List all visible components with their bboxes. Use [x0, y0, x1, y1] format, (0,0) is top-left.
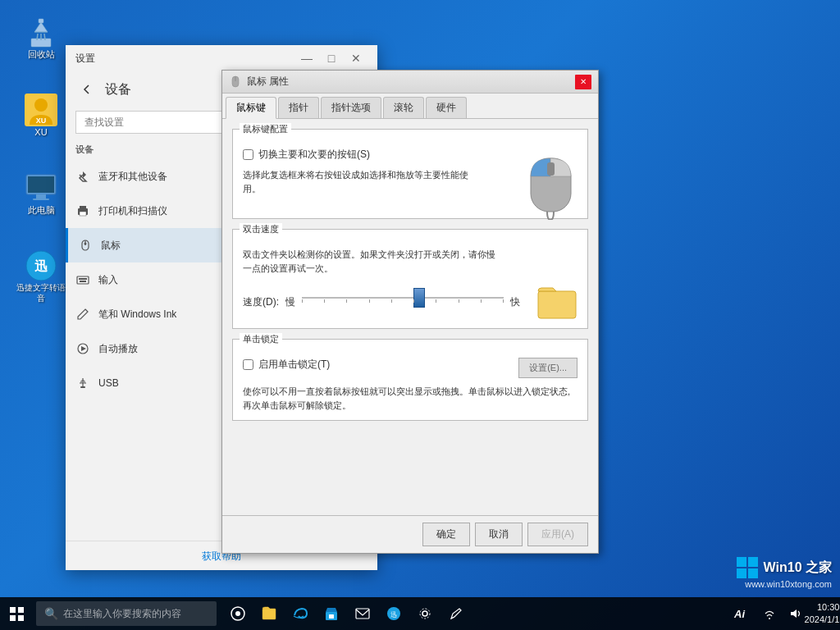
sidebar-item-mouse-label: 鼠标 [101, 239, 121, 253]
app-icon: 迅 [25, 249, 57, 282]
back-button[interactable] [75, 78, 98, 101]
taskbar-tray: 10:30 2024/1/1 [751, 599, 840, 628]
apply-button[interactable]: 应用(A) [527, 523, 588, 546]
tick-5 [391, 299, 392, 303]
tab-hardware[interactable]: 硬件 [426, 97, 467, 118]
single-click-lock-checkbox[interactable] [243, 359, 253, 370]
clock-time: 10:30 [805, 601, 840, 614]
desktop-icon-app[interactable]: 迅 迅捷文字转语音 [12, 246, 70, 307]
double-click-title: 双击速度 [240, 223, 282, 235]
svg-rect-2 [39, 19, 43, 23]
user-icon: XU [25, 94, 57, 126]
mouse-menu-icon [78, 238, 93, 253]
svg-marker-1 [34, 22, 48, 32]
svg-rect-43 [737, 568, 746, 578]
speed-track [302, 290, 504, 306]
printer-icon [75, 203, 90, 218]
search-input[interactable] [63, 608, 208, 619]
double-click-desc: 双击文件夹以检测你的设置。如果文件夹没打开或关闭，请你慢一点的设置再试一次。 [243, 248, 497, 275]
start-button[interactable] [0, 597, 33, 630]
recycle-bin-label: 回收站 [28, 48, 55, 60]
watermark-logo: Win10 之家 [736, 556, 832, 579]
svg-point-8 [34, 98, 48, 112]
store-icon [323, 605, 340, 622]
desktop-icon-user[interactable]: XU XU [12, 90, 70, 141]
svg-rect-28 [84, 278, 85, 280]
dialog-close-button[interactable]: ✕ [575, 75, 591, 89]
svg-point-54 [420, 609, 430, 619]
svg-rect-41 [737, 557, 746, 567]
dialog-title-left: 鼠标 属性 [229, 75, 289, 89]
app-quick-button[interactable]: 迅 [379, 599, 409, 628]
svg-rect-29 [80, 281, 86, 282]
maximize-button[interactable]: □ [320, 47, 343, 70]
switch-buttons-checkbox[interactable] [243, 149, 253, 160]
speed-row: 速度(D): 慢 [243, 290, 520, 314]
svg-rect-12 [36, 194, 46, 199]
sidebar-item-usb-label: USB [98, 377, 119, 389]
gear-icon [417, 605, 433, 622]
cancel-button[interactable]: 取消 [475, 523, 523, 546]
svg-rect-50 [356, 609, 369, 619]
button-config-desc: 选择此复选框来将右按钮设成如选择和拖放等主要性能使用。 [243, 168, 472, 195]
edge-button[interactable] [285, 599, 315, 628]
pen-button[interactable] [441, 599, 471, 628]
quick-app-icon: 迅 [386, 605, 402, 622]
tick-2 [324, 299, 325, 303]
computer-icon-label: 此电脑 [28, 204, 55, 216]
tab-buttons[interactable]: 鼠标键 [226, 97, 276, 119]
tick-8 [459, 299, 459, 303]
speed-thumb[interactable] [413, 288, 425, 308]
desktop-icon-recycle[interactable]: 回收站 [12, 12, 70, 63]
mouse-image [524, 146, 578, 223]
clock-tray[interactable]: 10:30 2024/1/1 [810, 599, 833, 628]
bluetooth-icon [75, 169, 90, 184]
ai-button[interactable]: Ai [728, 599, 751, 628]
window-controls: — □ ✕ [295, 47, 368, 70]
computer-icon [25, 171, 57, 204]
close-button[interactable]: ✕ [345, 47, 368, 70]
tab-pointers[interactable]: 指针 [278, 97, 319, 118]
minimize-button[interactable]: — [295, 47, 318, 70]
tab-pointer-options[interactable]: 指针选项 [321, 97, 381, 118]
single-click-lock-section: 单击锁定 启用单击锁定(T) 设置(E)... 使你可以不用一直按着鼠标按钮就可… [232, 339, 588, 421]
network-icon[interactable] [758, 599, 781, 628]
svg-rect-32 [80, 386, 85, 388]
dialog-content: 鼠标键配置 切换主要和次要的按钮(S) 选择此复选框来将右按钮设成如选择和拖放等… [222, 119, 598, 515]
desktop-icon-computer[interactable]: 此电脑 [12, 168, 70, 219]
task-view-icon [230, 605, 246, 622]
file-explorer-button[interactable] [254, 599, 284, 628]
ok-button[interactable]: 确定 [422, 523, 470, 546]
store-button[interactable] [317, 599, 346, 628]
desktop: 回收站 XU XU 此电脑 迅 迅捷文字转语音 设置 — [0, 0, 840, 630]
mail-button[interactable] [348, 599, 377, 628]
lock-settings-button[interactable]: 设置(E)... [518, 358, 578, 378]
watermark-title: Win10 之家 [764, 559, 832, 577]
svg-rect-39 [547, 162, 555, 176]
single-click-lock-label[interactable]: 启用单击锁定(T) [258, 358, 330, 372]
svg-marker-31 [81, 346, 86, 351]
win-gap2 [16, 615, 17, 621]
svg-text:XU: XU [36, 116, 47, 125]
clock-date: 2024/1/1 [805, 614, 840, 626]
network-tray-icon [763, 607, 776, 620]
speed-container: 速度(D): 慢 [243, 283, 578, 320]
tab-scroll[interactable]: 滚轮 [383, 97, 424, 118]
sidebar-item-autoplay-label: 自动播放 [98, 342, 138, 356]
taskbar: 🔍 [0, 597, 840, 630]
lock-desc: 使你可以不用一直按着鼠标按钮就可以突出显示或拖拽。单击鼠标以进入锁定状态,再次单… [243, 385, 578, 412]
taskbar-items: 迅 [217, 599, 728, 628]
keyboard-icon [75, 272, 90, 287]
settings-tray-button[interactable] [410, 599, 440, 628]
win-gap [16, 607, 17, 613]
switch-buttons-label[interactable]: 切换主要和次要的按钮(S) [258, 148, 370, 162]
mail-icon [354, 605, 371, 622]
start-icon [8, 605, 25, 623]
speed-track-line [302, 297, 504, 299]
task-view-button[interactable] [223, 599, 253, 628]
win-cell-1 [10, 607, 16, 613]
svg-rect-44 [748, 568, 758, 578]
taskbar-search[interactable]: 🔍 [36, 601, 217, 626]
svg-rect-18 [80, 206, 86, 209]
app-icon-label: 迅捷文字转语音 [16, 282, 66, 304]
